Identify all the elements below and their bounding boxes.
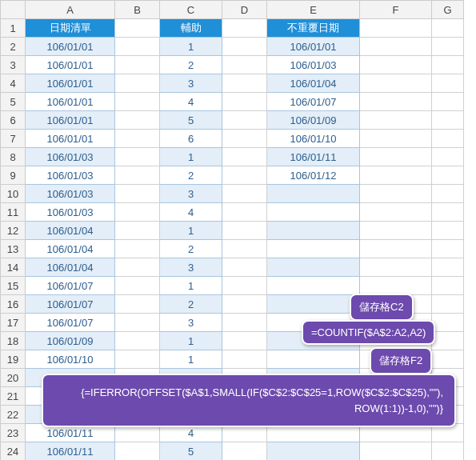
cell-E10[interactable] [267,185,360,203]
cell-C12[interactable]: 1 [160,222,222,240]
cell-E2[interactable]: 106/01/01 [267,38,360,56]
cell-E3[interactable]: 106/01/03 [267,56,360,74]
cell-B24[interactable] [115,442,160,461]
cell-F15[interactable] [360,277,432,295]
cell-G15[interactable] [432,277,464,295]
cell-D2[interactable] [222,38,267,56]
row-header-10[interactable]: 10 [1,185,26,203]
cell-D11[interactable] [222,203,267,222]
cell-B11[interactable] [115,203,160,222]
cell-G3[interactable] [432,56,464,74]
cell-D13[interactable] [222,240,267,258]
row-header-13[interactable]: 13 [1,240,26,258]
cell-G9[interactable] [432,166,464,185]
cell-A3[interactable]: 106/01/01 [26,56,115,74]
cell-C13[interactable]: 2 [160,240,222,258]
cell-G1[interactable] [432,19,464,38]
cell-D16[interactable] [222,295,267,314]
cell-D3[interactable] [222,56,267,74]
cell-C3[interactable]: 2 [160,56,222,74]
row-header-16[interactable]: 16 [1,295,26,314]
cell-B16[interactable] [115,295,160,314]
cell-F11[interactable] [360,203,432,222]
cell-C24[interactable]: 5 [160,442,222,461]
cell-A15[interactable]: 106/01/07 [26,277,115,295]
row-header-8[interactable]: 8 [1,148,26,166]
cell-D10[interactable] [222,185,267,203]
cell-E8[interactable]: 106/01/11 [267,148,360,166]
cell-D18[interactable] [222,332,267,350]
col-header-E[interactable]: E [267,1,360,19]
cell-E12[interactable] [267,222,360,240]
row-header-15[interactable]: 15 [1,277,26,295]
cell-A7[interactable]: 106/01/01 [26,130,115,148]
cell-C7[interactable]: 6 [160,130,222,148]
cell-G5[interactable] [432,93,464,111]
cell-B8[interactable] [115,148,160,166]
cell-G2[interactable] [432,38,464,56]
row-header-6[interactable]: 6 [1,111,26,130]
cell-G8[interactable] [432,148,464,166]
cell-G4[interactable] [432,74,464,93]
cell-B1[interactable] [115,19,160,38]
row-header-22[interactable]: 22 [1,406,26,424]
cell-B19[interactable] [115,350,160,369]
col-header-G[interactable]: G [432,1,464,19]
cell-C10[interactable]: 3 [160,185,222,203]
cell-E1[interactable]: 不重覆日期 [267,19,360,38]
cell-A17[interactable]: 106/01/07 [26,314,115,332]
row-header-3[interactable]: 3 [1,56,26,74]
row-header-23[interactable]: 23 [1,424,26,442]
cell-C4[interactable]: 3 [160,74,222,93]
cell-B5[interactable] [115,93,160,111]
cell-B7[interactable] [115,130,160,148]
cell-E9[interactable]: 106/01/12 [267,166,360,185]
cell-C6[interactable]: 5 [160,111,222,130]
row-header-7[interactable]: 7 [1,130,26,148]
cell-B10[interactable] [115,185,160,203]
cell-G10[interactable] [432,185,464,203]
row-header-20[interactable]: 20 [1,369,26,387]
cell-A6[interactable]: 106/01/01 [26,111,115,130]
col-header-B[interactable]: B [115,1,160,19]
cell-A8[interactable]: 106/01/03 [26,148,115,166]
cell-G12[interactable] [432,222,464,240]
cell-A24[interactable]: 106/01/11 [26,442,115,461]
cell-A1[interactable]: 日期清單 [26,19,115,38]
cell-B12[interactable] [115,222,160,240]
cell-E19[interactable] [267,350,360,369]
cell-D5[interactable] [222,93,267,111]
cell-F8[interactable] [360,148,432,166]
cell-C19[interactable]: 1 [160,350,222,369]
cell-B2[interactable] [115,38,160,56]
cell-C18[interactable]: 1 [160,332,222,350]
cell-B9[interactable] [115,166,160,185]
col-header-A[interactable]: A [26,1,115,19]
cell-F2[interactable] [360,38,432,56]
cell-E14[interactable] [267,258,360,277]
cell-B18[interactable] [115,332,160,350]
cell-E15[interactable] [267,277,360,295]
cell-C16[interactable]: 2 [160,295,222,314]
cell-A16[interactable]: 106/01/07 [26,295,115,314]
cell-D24[interactable] [222,442,267,461]
row-header-21[interactable]: 21 [1,387,26,406]
cell-B6[interactable] [115,111,160,130]
cell-E16[interactable] [267,295,360,314]
col-header-F[interactable]: F [360,1,432,19]
cell-E4[interactable]: 106/01/04 [267,74,360,93]
cell-E7[interactable]: 106/01/10 [267,130,360,148]
cell-C9[interactable]: 2 [160,166,222,185]
cell-G13[interactable] [432,240,464,258]
cell-G7[interactable] [432,130,464,148]
cell-C17[interactable]: 3 [160,314,222,332]
cell-B14[interactable] [115,258,160,277]
row-header-12[interactable]: 12 [1,222,26,240]
cell-A18[interactable]: 106/01/09 [26,332,115,350]
cell-B13[interactable] [115,240,160,258]
cell-B3[interactable] [115,56,160,74]
cell-A5[interactable]: 106/01/01 [26,93,115,111]
cell-A9[interactable]: 106/01/03 [26,166,115,185]
cell-D8[interactable] [222,148,267,166]
cell-D7[interactable] [222,130,267,148]
